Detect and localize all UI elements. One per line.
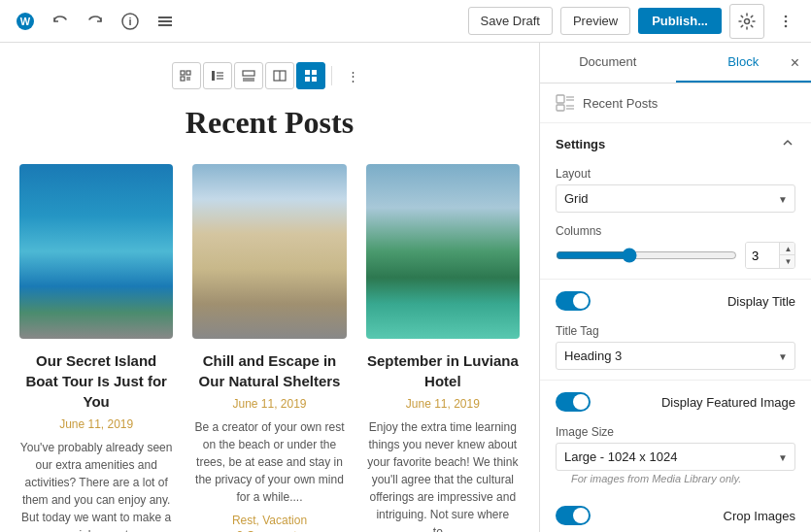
post-image-3 (366, 164, 520, 339)
post-title-3[interactable]: September in Luviana Hotel (366, 350, 520, 391)
posts-grid: Our Secret Island Boat Tour Is Just for … (19, 164, 520, 532)
columns-input-wrap: ▲ ▼ (745, 242, 795, 269)
block-toolbar: ⋮ (19, 62, 520, 89)
svg-point-7 (745, 18, 750, 23)
mixed-layout-btn[interactable] (234, 62, 263, 89)
collapse-settings-button[interactable] (780, 135, 795, 153)
columns-stepper: ▲ ▼ (779, 243, 795, 268)
more-options-button[interactable] (772, 8, 799, 35)
list-view-btn[interactable] (172, 62, 201, 89)
image-size-note: For images from Media Library only. (556, 471, 795, 492)
toolbar-sep (331, 66, 332, 85)
crop-images-label: Crop Images (724, 509, 795, 523)
post-date-1: June 11, 2019 (19, 417, 173, 431)
svg-rect-20 (243, 71, 254, 76)
preview-button[interactable]: Preview (560, 7, 630, 35)
info-button[interactable]: i (117, 8, 144, 35)
layout-select[interactable]: Grid List (556, 184, 795, 213)
save-draft-button[interactable]: Save Draft (468, 7, 553, 35)
svg-point-9 (785, 19, 788, 22)
divider-2 (540, 380, 811, 381)
columns-decrement[interactable]: ▼ (779, 255, 795, 268)
post-excerpt-3: Enjoy the extra time learning things you… (366, 418, 520, 532)
svg-rect-26 (312, 70, 317, 75)
settings-button[interactable] (729, 4, 764, 39)
title-tag-select[interactable]: Heading 1 Heading 2 Heading 3 Heading 4 … (556, 342, 795, 370)
svg-rect-12 (181, 77, 185, 81)
svg-rect-13 (186, 71, 190, 75)
top-bar-left: W i (12, 8, 179, 35)
wordpress-icon[interactable]: W (12, 8, 39, 35)
post-date-3: June 11, 2019 (366, 397, 520, 411)
post-image-1 (19, 164, 173, 339)
svg-rect-27 (305, 77, 310, 82)
publish-button[interactable]: Publish... (638, 8, 722, 34)
top-bar-right: Save Draft Preview Publish... (468, 4, 799, 39)
post-title-2[interactable]: Chill and Escape in Our Natural Shelters (192, 350, 346, 391)
post-image-2 (192, 164, 346, 339)
display-featured-toggle[interactable] (556, 392, 591, 412)
crop-images-toggle[interactable] (556, 506, 591, 525)
svg-text:i: i (128, 16, 131, 27)
post-tags-2[interactable]: Rest, Vacation (192, 514, 346, 527)
svg-point-10 (785, 24, 788, 27)
posts-title: Recent Posts (19, 105, 520, 141)
title-tag-label: Title Tag (556, 324, 795, 338)
columns-slider[interactable] (556, 248, 737, 263)
columns-increment[interactable]: ▲ (779, 243, 795, 255)
post-card-3: September in Luviana Hotel June 11, 2019… (366, 164, 520, 532)
svg-rect-11 (181, 71, 185, 75)
main-layout: ⋮ Recent Posts Our Secret Island Boat To… (0, 43, 811, 532)
settings-title: Settings (556, 137, 605, 151)
post-date-2: June 11, 2019 (192, 397, 346, 411)
svg-rect-25 (305, 70, 310, 75)
columns-setting: Columns ▲ ▼ (540, 218, 811, 275)
right-sidebar: Document Block × Recent Posts Settings (539, 43, 811, 532)
image-size-label: Image Size (556, 425, 795, 439)
crop-images-row: Crop Images (540, 498, 811, 532)
post-excerpt-2: Be a creator of your own rest on the bea… (192, 418, 346, 506)
settings-header: Settings (540, 123, 811, 161)
svg-rect-16 (212, 71, 215, 81)
image-size-select[interactable]: Large - 1024 x 1024 Medium - 300 x 300 T… (556, 443, 795, 471)
columns-input[interactable] (746, 243, 779, 268)
divider-1 (540, 279, 811, 280)
display-title-toggle[interactable] (556, 291, 591, 311)
more-btn[interactable]: ⋮ (338, 62, 367, 89)
post-excerpt-1: You've probably already seen our extra a… (19, 439, 173, 532)
svg-rect-5 (158, 20, 172, 22)
svg-rect-6 (158, 24, 172, 26)
top-bar: W i Save Draft Preview Publish... (0, 0, 811, 43)
editor-area: ⋮ Recent Posts Our Secret Island Boat To… (0, 43, 539, 532)
svg-rect-30 (557, 105, 564, 111)
list-view-button[interactable] (152, 8, 179, 35)
columns-slider-row: ▲ ▼ (556, 242, 795, 269)
svg-point-8 (785, 15, 788, 17)
post-title-1[interactable]: Our Secret Island Boat Tour Is Just for … (19, 350, 173, 412)
block-layout-btn[interactable] (265, 62, 294, 89)
sidebar-tabs: Document Block × (540, 43, 811, 83)
undo-button[interactable] (47, 8, 74, 35)
svg-rect-29 (557, 95, 564, 103)
layout-label: Layout (556, 167, 795, 181)
svg-rect-4 (158, 17, 172, 18)
close-sidebar-button[interactable]: × (787, 50, 803, 76)
post-card-2: Chill and Escape in Our Natural Shelters… (192, 164, 346, 532)
recent-posts-block-icon (556, 93, 575, 113)
grid-layout-btn[interactable] (296, 62, 325, 89)
list-layout-btn[interactable] (203, 62, 232, 89)
layout-select-wrapper: Grid List ▼ (556, 184, 795, 213)
tab-document[interactable]: Document (540, 43, 676, 83)
display-title-label: Display Title (727, 294, 795, 309)
svg-rect-28 (312, 77, 317, 82)
redo-button[interactable] (82, 8, 109, 35)
display-featured-row: Display Featured Image (540, 384, 811, 419)
post-card-1: Our Secret Island Boat Tour Is Just for … (19, 164, 173, 532)
image-size-select-wrapper: Large - 1024 x 1024 Medium - 300 x 300 T… (556, 443, 795, 471)
display-title-row: Display Title (540, 283, 811, 318)
title-tag-select-wrapper: Heading 1 Heading 2 Heading 3 Heading 4 … (556, 342, 795, 370)
title-tag-setting: Title Tag Heading 1 Heading 2 Heading 3 … (540, 318, 811, 376)
display-featured-label: Display Featured Image (661, 395, 795, 410)
columns-label: Columns (556, 224, 795, 238)
image-size-setting: Image Size Large - 1024 x 1024 Medium - … (540, 419, 811, 498)
